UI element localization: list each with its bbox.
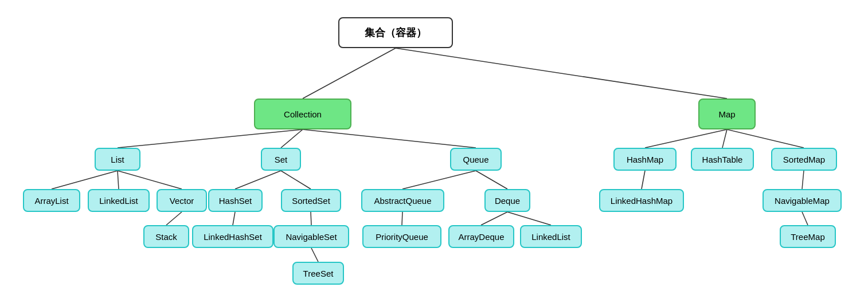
set-label: Set (275, 155, 288, 164)
priorityqueue-label: PriorityQueue (376, 232, 428, 242)
queue-label: Queue (463, 155, 488, 164)
node-linkedlist: LinkedList (88, 189, 150, 212)
svg-line-8 (166, 212, 182, 225)
svg-line-2 (118, 129, 303, 148)
svg-line-9 (235, 171, 281, 189)
svg-line-24 (802, 212, 808, 225)
node-hashset: HashSet (208, 189, 263, 212)
svg-line-18 (507, 212, 551, 225)
node-sortedset: SortedSet (281, 189, 341, 212)
svg-line-7 (118, 171, 182, 189)
navigableset-label: NavigableSet (286, 232, 337, 242)
svg-line-12 (311, 212, 311, 225)
svg-line-3 (281, 129, 303, 148)
svg-line-22 (642, 171, 645, 189)
deque-label: Deque (495, 196, 520, 206)
node-treeset: TreeSet (292, 262, 344, 285)
hashtable-label: HashTable (702, 155, 743, 164)
svg-line-4 (303, 129, 476, 148)
treemap-label: TreeMap (791, 232, 824, 242)
node-collection: Collection (254, 99, 351, 129)
node-queue: Queue (450, 148, 502, 171)
svg-line-1 (396, 48, 727, 99)
svg-line-11 (233, 212, 235, 225)
node-vector: Vector (157, 189, 207, 212)
arraylist-label: ArrayList (34, 196, 68, 206)
node-linkedhashmap: LinkedHashMap (599, 189, 684, 212)
hashset-label: HashSet (219, 196, 252, 206)
root-label: 集合（容器） (365, 26, 427, 40)
node-arraydeque: ArrayDeque (448, 225, 514, 248)
node-list: List (95, 148, 140, 171)
node-linkedhashset: LinkedHashSet (192, 225, 273, 248)
linkedhashset-label: LinkedHashSet (204, 232, 262, 242)
svg-line-20 (722, 129, 727, 148)
svg-line-6 (118, 171, 119, 189)
abstractqueue-label: AbstractQueue (374, 196, 431, 206)
svg-line-15 (476, 171, 507, 189)
vector-label: Vector (170, 196, 194, 206)
linkedhashmap-label: LinkedHashMap (611, 196, 672, 206)
node-map: Map (698, 99, 756, 129)
map-label: Map (718, 109, 735, 119)
svg-line-0 (303, 48, 396, 99)
svg-line-16 (402, 212, 402, 225)
treeset-label: TreeSet (303, 269, 334, 278)
node-deque: Deque (484, 189, 530, 212)
navigablemap-label: NavigableMap (775, 196, 830, 206)
node-sortedmap: SortedMap (771, 148, 837, 171)
arraydeque-label: ArrayDeque (458, 232, 504, 242)
node-navigablemap: NavigableMap (763, 189, 842, 212)
node-abstractqueue: AbstractQueue (361, 189, 444, 212)
svg-line-23 (802, 171, 804, 189)
sortedmap-label: SortedMap (783, 155, 825, 164)
node-linkedlist2: LinkedList (520, 225, 582, 248)
svg-line-21 (727, 129, 804, 148)
stack-label: Stack (155, 232, 177, 242)
svg-line-19 (645, 129, 727, 148)
linkedlist2-label: LinkedList (531, 232, 570, 242)
node-root: 集合（容器） (338, 17, 453, 48)
svg-line-14 (402, 171, 476, 189)
node-priorityqueue: PriorityQueue (362, 225, 441, 248)
node-stack: Stack (143, 225, 189, 248)
collection-label: Collection (284, 109, 322, 119)
svg-line-10 (281, 171, 311, 189)
list-label: List (111, 155, 124, 164)
node-arraylist: ArrayList (23, 189, 80, 212)
linkedlist-label: LinkedList (99, 196, 138, 206)
node-navigableset: NavigableSet (273, 225, 349, 248)
svg-line-17 (481, 212, 507, 225)
node-hashmap: HashMap (613, 148, 677, 171)
node-set: Set (261, 148, 301, 171)
svg-line-13 (311, 248, 318, 262)
svg-line-5 (52, 171, 118, 189)
node-hashtable: HashTable (691, 148, 754, 171)
hashmap-label: HashMap (627, 155, 663, 164)
diagram: 集合（容器） Collection Map List Set Queue Has… (0, 0, 868, 303)
node-treemap: TreeMap (780, 225, 836, 248)
sortedset-label: SortedSet (292, 196, 330, 206)
